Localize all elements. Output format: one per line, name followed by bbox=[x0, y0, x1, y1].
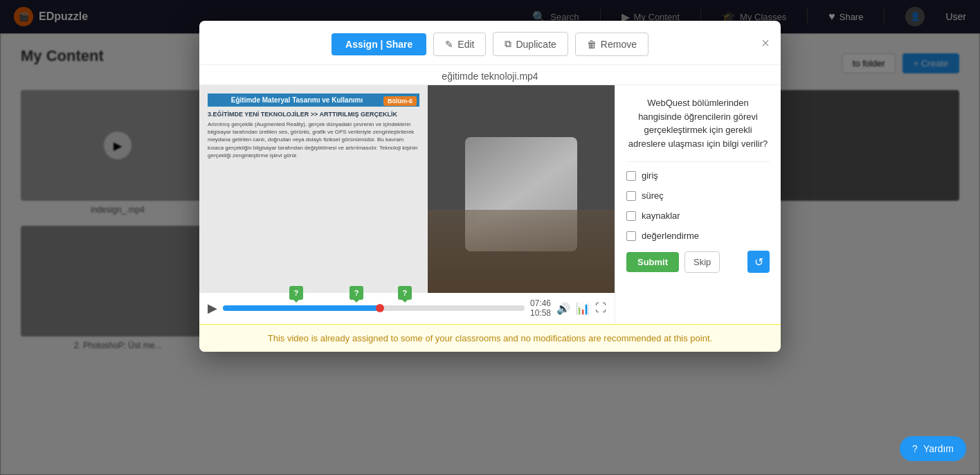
time-total: 10:58 bbox=[530, 308, 551, 318]
slide-content-right bbox=[428, 85, 615, 293]
duplicate-label: Duplicate bbox=[516, 39, 556, 50]
modal-warning: This video is already assigned to some o… bbox=[199, 324, 781, 352]
stats-icon[interactable]: 📊 bbox=[576, 302, 590, 315]
question-marker-3: ? bbox=[398, 286, 412, 300]
question-divider bbox=[626, 161, 770, 162]
choice-item-2[interactable]: süreç bbox=[626, 190, 770, 201]
slide-badge: Bölüm-6 bbox=[383, 96, 417, 106]
slide-content-left: Bölüm-6 Eğitimde Materyal Tasarımı ve Ku… bbox=[199, 85, 428, 293]
assign-share-button[interactable]: Assign | Share bbox=[332, 33, 426, 55]
video-slide: Bölüm-6 Eğitimde Materyal Tasarımı ve Ku… bbox=[199, 85, 615, 293]
yardim-button[interactable]: ? Yardım bbox=[900, 436, 966, 461]
progress-bar-bg[interactable] bbox=[223, 305, 525, 311]
play-button[interactable]: ▶ bbox=[208, 301, 217, 316]
question-actions: Submit Skip ↺ bbox=[626, 251, 770, 273]
yardim-icon: ? bbox=[912, 443, 918, 454]
remove-button[interactable]: 🗑 Remove bbox=[575, 33, 648, 56]
modal-backdrop: Assign | Share ✎ Edit ⧉ Duplicate 🗑 Remo… bbox=[0, 0, 980, 475]
skip-button[interactable]: Skip bbox=[684, 251, 720, 273]
choice-item-1[interactable]: giriş bbox=[626, 170, 770, 181]
slide-header-text: Eğitimde Materyal Tasarımı ve Kullanımı bbox=[231, 96, 363, 104]
video-controls: ▶ ? ? ? 07:46 10:58 bbox=[199, 293, 615, 324]
choice-label-1: giriş bbox=[642, 170, 658, 181]
choice-item-3[interactable]: kaynaklar bbox=[626, 210, 770, 221]
yardim-label: Yardım bbox=[923, 443, 954, 454]
slide-body-text: Artırılmış gerçeklik (Augmented Reality)… bbox=[208, 120, 419, 159]
trash-icon: 🗑 bbox=[587, 39, 597, 50]
modal-filename: eğitimde teknoloji.mp4 bbox=[199, 65, 781, 85]
submit-button[interactable]: Submit bbox=[626, 252, 679, 272]
choice-checkbox-1[interactable] bbox=[626, 171, 636, 181]
modal-dialog: Assign | Share ✎ Edit ⧉ Duplicate 🗑 Remo… bbox=[199, 21, 781, 352]
question-marker-1: ? bbox=[289, 286, 303, 300]
choice-label-3: kaynaklar bbox=[642, 210, 680, 221]
remove-label: Remove bbox=[601, 39, 637, 50]
question-marker-2: ? bbox=[350, 286, 363, 300]
video-area[interactable]: Bölüm-6 Eğitimde Materyal Tasarımı ve Ku… bbox=[199, 85, 615, 293]
time-display: 07:46 10:58 bbox=[530, 298, 551, 319]
choice-item-4[interactable]: değerlendirme bbox=[626, 231, 770, 241]
video-section: Bölüm-6 Eğitimde Materyal Tasarımı ve Ku… bbox=[199, 85, 615, 324]
duplicate-button[interactable]: ⧉ Duplicate bbox=[493, 32, 568, 56]
modal-header: Assign | Share ✎ Edit ⧉ Duplicate 🗑 Remo… bbox=[199, 21, 781, 65]
edit-icon: ✎ bbox=[445, 39, 453, 50]
progress-bar-fill bbox=[223, 305, 380, 311]
edit-button[interactable]: ✎ Edit bbox=[433, 33, 486, 56]
volume-icon[interactable]: 🔊 bbox=[556, 302, 570, 315]
slide-header: Bölüm-6 Eğitimde Materyal Tasarımı ve Ku… bbox=[208, 93, 419, 107]
fullscreen-icon[interactable]: ⛶ bbox=[595, 302, 606, 314]
modal-body: Bölüm-6 Eğitimde Materyal Tasarımı ve Ku… bbox=[199, 85, 781, 324]
choice-checkbox-2[interactable] bbox=[626, 191, 636, 201]
slide-subtitle: 3.EĞİTİMDE YENİ TEKNOLOJİLER >> ARTTIRIL… bbox=[208, 111, 419, 118]
time-current: 07:46 bbox=[530, 298, 551, 308]
close-button[interactable]: × bbox=[761, 35, 770, 51]
progress-dot bbox=[376, 304, 384, 312]
duplicate-icon: ⧉ bbox=[505, 38, 511, 50]
question-panel: WebQuest bölümlerinden hangisinde öğrenc… bbox=[615, 85, 781, 324]
choice-checkbox-4[interactable] bbox=[626, 231, 636, 241]
progress-bar-wrapper[interactable]: ? ? ? bbox=[223, 305, 525, 311]
choice-label-4: değerlendirme bbox=[642, 231, 699, 241]
edit-label: Edit bbox=[457, 39, 474, 50]
question-text: WebQuest bölümlerinden hangisinde öğrenc… bbox=[626, 96, 770, 150]
control-icons: 🔊 📊 ⛶ bbox=[556, 302, 606, 315]
choice-label-2: süreç bbox=[642, 190, 664, 201]
phone-visual bbox=[428, 85, 615, 293]
replay-button[interactable]: ↺ bbox=[747, 251, 770, 273]
choice-checkbox-3[interactable] bbox=[626, 211, 636, 221]
